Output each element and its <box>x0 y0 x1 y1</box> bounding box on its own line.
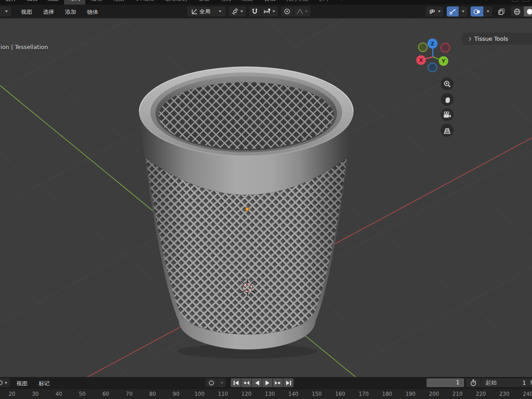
chevron-down-icon <box>462 11 465 12</box>
ruler-frame-label: 70 <box>126 391 133 397</box>
topbar: 文件编辑渲染布局建模雕刻UV编辑纹理绘制着色动画渲染合成几何节点脚本+ <box>0 0 532 5</box>
mode-dropdown-clipped[interactable] <box>0 6 11 17</box>
auto-keyframe-record-button[interactable] <box>205 378 217 387</box>
workspace-tab[interactable]: 几何节点 <box>281 0 313 5</box>
axis-neg-x-ball[interactable] <box>441 44 450 52</box>
sidebar-panel-tissue-tools[interactable]: Tissue Tools <box>462 33 532 45</box>
viewport-header: 视图选择添加物体 全局 <box>0 5 532 18</box>
timeline-header: 视图标记 <box>0 377 532 388</box>
workspace-tab[interactable]: 脚本 <box>314 0 335 5</box>
workspace-tab[interactable]: 纹理绘制 <box>160 0 192 5</box>
play-reverse-button[interactable] <box>252 378 262 387</box>
workspace-tab[interactable]: 渲染 <box>237 0 258 5</box>
chevron-down-icon <box>221 382 223 384</box>
sidebar-panel-title: Tissue Tools <box>474 35 508 42</box>
frame-start-field[interactable]: 起始 1 <box>481 378 531 387</box>
snap-target-dropdown[interactable] <box>261 6 278 17</box>
ruler-frame-label: 150 <box>312 391 322 397</box>
pan-view-button[interactable] <box>441 93 454 106</box>
prev-keyframe-button[interactable] <box>241 378 251 387</box>
viewlayer-icon[interactable] <box>523 0 529 2</box>
jump-to-start-button[interactable] <box>231 378 241 387</box>
topbar-status-icons[interactable] <box>512 0 529 5</box>
pivot-point-dropdown[interactable] <box>229 6 246 17</box>
workspace-tab[interactable]: + <box>336 0 347 4</box>
gizmo-icon <box>449 8 456 15</box>
next-keyframe-button[interactable] <box>273 378 283 387</box>
ruler-frame-label: 210 <box>452 391 462 397</box>
transform-orientation-label: 全局 <box>200 8 211 16</box>
workspace-tab[interactable]: 建模 <box>86 0 107 5</box>
snap-increment-icon <box>264 9 271 15</box>
grid-plane-icon <box>443 127 451 134</box>
zoom-view-button[interactable] <box>441 78 454 90</box>
play-icon <box>265 380 271 386</box>
proportional-falloff-dropdown[interactable] <box>294 6 310 17</box>
ruler-frame-label: 220 <box>476 391 486 397</box>
wastebasket-object[interactable] <box>139 67 353 359</box>
topbar-menu[interactable]: 编辑 <box>22 0 42 5</box>
zoom-icon <box>443 80 451 88</box>
blender-window: 文件编辑渲染布局建模雕刻UV编辑纹理绘制着色动画渲染合成几何节点脚本+ 视图选择… <box>0 0 532 399</box>
viewport-menus: 视图选择添加物体 <box>16 6 104 19</box>
use-preview-range-button[interactable] <box>466 378 481 387</box>
workspace-tab[interactable]: 合成 <box>259 0 280 5</box>
auto-keyframe-group <box>205 378 226 387</box>
editor-type-dropdown-clipped[interactable] <box>0 378 10 387</box>
prev-keyframe-icon <box>243 380 250 386</box>
auto-keyframe-dropdown[interactable] <box>218 378 226 387</box>
ruler-frame-label: 30 <box>32 391 39 397</box>
ruler-frame-label: 170 <box>359 391 369 397</box>
ruler-frame-label: 100 <box>194 391 205 397</box>
overlays-dropdown[interactable] <box>484 6 492 17</box>
frame-start-label: 起始 <box>486 379 497 387</box>
toggle-xray-button[interactable] <box>495 6 508 17</box>
workspace-tab[interactable]: 动画 <box>215 0 236 5</box>
workspace-tab[interactable]: 布局 <box>64 0 85 5</box>
scene-icon[interactable] <box>512 0 518 2</box>
camera-view-button[interactable] <box>441 108 454 121</box>
jump-to-end-button[interactable] <box>283 378 294 387</box>
show-object-types-dropdown[interactable] <box>426 6 443 17</box>
ruler-frame-label: 190 <box>405 391 416 397</box>
viewport-menu[interactable]: 添加 <box>60 6 82 19</box>
proportional-editing-button[interactable] <box>281 6 293 17</box>
viewport-menu[interactable]: 物体 <box>82 6 104 19</box>
breadcrumb: ion | Tessellation <box>0 44 48 50</box>
playback-controls <box>231 378 294 387</box>
shading-wireframe-button[interactable] <box>511 6 523 17</box>
current-frame-field[interactable]: 1 <box>427 378 464 387</box>
gizmo-dropdown[interactable] <box>459 6 467 17</box>
shading-solid-button[interactable] <box>524 6 532 17</box>
viewport-menu[interactable]: 选择 <box>38 6 60 19</box>
chevron-down-icon <box>438 11 441 12</box>
transform-orientation-dropdown[interactable]: 全局 <box>187 6 226 17</box>
ruler-frame-label: 200 <box>429 391 439 397</box>
pivot-point-icon <box>232 8 238 15</box>
topbar-menu[interactable]: 文件 <box>1 0 21 5</box>
ruler-frame-label: 120 <box>241 391 251 397</box>
snap-toggle-button[interactable] <box>249 6 260 17</box>
workspace-tab[interactable]: UV编辑 <box>130 0 159 5</box>
viewport-3d[interactable]: ion | Tessellation Tissue Tools Z X Y <box>0 18 532 377</box>
frame-end-field-clipped[interactable]: 结 <box>526 378 532 387</box>
show-gizmo-toggle[interactable] <box>447 6 459 17</box>
viewport-menu[interactable]: 视图 <box>16 6 38 19</box>
chevron-down-icon <box>240 11 243 12</box>
workspace-tab[interactable]: 着色 <box>193 0 214 5</box>
workspace-tab[interactable]: 雕刻 <box>108 0 129 5</box>
show-overlays-toggle[interactable] <box>471 6 483 17</box>
ruler-frame-label: 90 <box>173 391 180 397</box>
record-circle-icon <box>209 380 214 386</box>
timeline-ruler[interactable]: 2030405060708090100110120130140150160170… <box>0 388 532 399</box>
proportional-editing-icon <box>284 8 290 15</box>
ruler-frame-label: 160 <box>335 391 345 397</box>
axis-neg-y-ball[interactable] <box>419 43 427 52</box>
play-button[interactable] <box>262 378 272 387</box>
toggle-projection-button[interactable] <box>441 124 454 137</box>
navigation-axis-gizmo[interactable]: Z X Y <box>408 37 459 79</box>
axis-neg-z-ball[interactable] <box>428 63 437 72</box>
ruler-frame-label: 240 <box>523 391 532 397</box>
wireframe-sphere-icon <box>514 8 521 15</box>
topbar-menu[interactable]: 渲染 <box>43 0 63 5</box>
